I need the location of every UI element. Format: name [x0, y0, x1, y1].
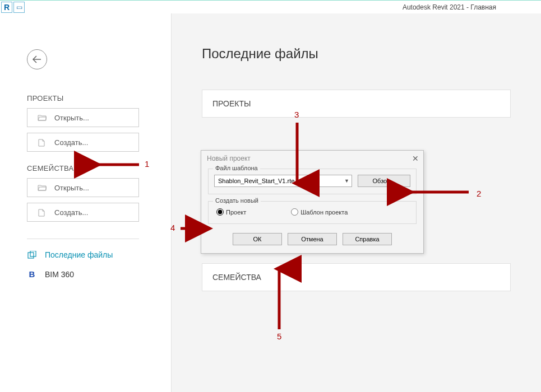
svg-rect-0 — [28, 253, 34, 258]
nav-recent-files[interactable]: Последние файлы — [27, 250, 171, 259]
annotation-1: 1 — [145, 159, 149, 169]
projects-card-header: ПРОЕКТЫ — [202, 90, 511, 118]
annotation-5: 5 — [277, 332, 281, 341]
radio-project[interactable]: Проект — [216, 208, 246, 216]
create-new-legend: Создать новый — [213, 197, 261, 204]
file-new-icon — [38, 139, 47, 146]
annotation-arrow-4 — [178, 223, 212, 234]
button-label: Обзор... — [373, 178, 396, 184]
button-label: Открыть... — [54, 114, 89, 122]
dialog-title-text: Новый проект — [207, 155, 251, 162]
annotation-arrow-1 — [91, 159, 141, 170]
folder-open-icon — [38, 184, 47, 191]
annotation-arrow-2 — [404, 186, 471, 198]
template-legend: Файл шаблона — [213, 165, 260, 171]
recent-files-icon — [27, 251, 37, 259]
file-new-icon — [38, 209, 47, 216]
annotation-2: 2 — [477, 189, 481, 198]
revit-logo-icon[interactable]: R — [1, 2, 12, 13]
arrow-left-icon — [32, 55, 42, 63]
titlebar-left-icons: R ▭ — [0, 2, 26, 13]
nav-bim360[interactable]: B BIM 360 — [27, 269, 171, 279]
radio-template-input[interactable] — [291, 208, 298, 216]
annotation-3: 3 — [294, 110, 299, 119]
button-label: ОК — [253, 236, 262, 242]
annotation-arrow-5 — [274, 264, 285, 332]
sidebar-projects-title: ПРОЕКТЫ — [27, 94, 171, 102]
template-combobox[interactable]: Shablon_Revit_Start_V1.rte ▼ — [214, 175, 352, 187]
button-label: Создать... — [54, 208, 88, 217]
new-project-dialog: Новый проект ✕ Файл шаблона Shablon_Revi… — [201, 150, 424, 254]
browse-button[interactable]: Обзор... — [358, 175, 410, 187]
cancel-button[interactable]: Отмена — [288, 233, 337, 245]
card-title: СЕМЕЙСТВА — [212, 273, 261, 282]
families-create-button[interactable]: Создать... — [27, 203, 139, 222]
annotation-4: 4 — [170, 223, 175, 232]
projects-create-button[interactable]: Создать... — [27, 133, 139, 152]
families-open-button[interactable]: Открыть... — [27, 178, 139, 197]
button-label: Справка — [355, 236, 379, 242]
svg-rect-1 — [30, 251, 36, 256]
dialog-button-row: ОК Отмена Справка — [208, 231, 417, 245]
close-icon[interactable]: ✕ — [412, 154, 419, 163]
families-card-header: СЕМЕЙСТВА — [202, 263, 511, 291]
home-small-icon[interactable]: ▭ — [13, 2, 25, 13]
combobox-value: Shablon_Revit_Start_V1.rte — [218, 178, 294, 184]
help-button[interactable]: Справка — [343, 233, 392, 245]
chevron-down-icon: ▼ — [344, 178, 352, 184]
sidebar-divider — [27, 239, 139, 239]
button-label: Создать... — [54, 138, 88, 147]
bim360-icon: B — [27, 269, 37, 279]
nav-label: Последние файлы — [45, 250, 113, 259]
dialog-titlebar[interactable]: Новый проект ✕ — [201, 151, 423, 166]
nav-label: BIM 360 — [45, 270, 74, 279]
radio-label: Проект — [226, 209, 246, 216]
page-title: Последние файлы — [202, 46, 541, 62]
button-label: Открыть... — [54, 184, 89, 192]
create-new-fieldset: Создать новый Проект Шаблон проекта — [208, 201, 417, 224]
radio-project-template[interactable]: Шаблон проекта — [291, 208, 348, 216]
titlebar: R ▭ Autodesk Revit 2021 - Главная — [0, 0, 541, 13]
annotation-arrow-3 — [292, 120, 303, 188]
sidebar: ПРОЕКТЫ Открыть... Создать... СЕМЕЙСТВА … — [0, 13, 172, 392]
card-title: ПРОЕКТЫ — [212, 99, 251, 108]
folder-open-icon — [38, 114, 47, 121]
radio-label: Шаблон проекта — [300, 209, 348, 216]
template-file-fieldset: Файл шаблона Shablon_Revit_Start_V1.rte … — [208, 169, 417, 194]
back-button[interactable] — [27, 49, 47, 69]
button-label: Отмена — [301, 236, 323, 242]
window-title: Autodesk Revit 2021 - Главная — [26, 3, 541, 11]
projects-open-button[interactable]: Открыть... — [27, 108, 139, 127]
ok-button[interactable]: ОК — [233, 233, 282, 245]
radio-project-input[interactable] — [216, 208, 224, 216]
